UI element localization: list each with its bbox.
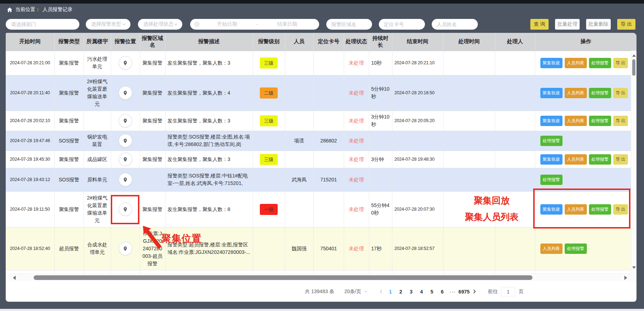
- table-row: 2024-07-28 20:21:00聚集报警污水处理单元聚集报警发生聚集报警，…: [6, 51, 636, 75]
- action-button-track[interactable]: 聚集轨迹: [540, 88, 563, 98]
- action-button-export[interactable]: 导 出: [613, 88, 628, 98]
- horizontal-scrollbar-thumb[interactable]: [34, 275, 532, 280]
- page-button[interactable]: 2: [396, 289, 406, 295]
- action-button-handle[interactable]: 处理报警: [589, 116, 611, 126]
- action-button-list[interactable]: 人员列表: [540, 244, 563, 254]
- location-pin-button[interactable]: [119, 86, 132, 100]
- cell-alarm-type: SOS报警: [54, 168, 84, 191]
- cell-empty: [54, 270, 84, 274]
- alarm-type-select-placeholder: 选择报警类型: [91, 21, 121, 27]
- alarm-type-select[interactable]: 选择报警类型: [86, 19, 130, 30]
- goto-page-input[interactable]: [501, 287, 515, 296]
- home-icon[interactable]: [7, 7, 12, 12]
- batch-handle-button[interactable]: 批量处理: [555, 19, 580, 30]
- page-button[interactable]: 4: [416, 289, 427, 295]
- cell-empty: [369, 270, 392, 274]
- person-name-input[interactable]: [432, 19, 478, 30]
- cell-location: [111, 111, 140, 131]
- query-button[interactable]: 查 询: [530, 19, 549, 30]
- column-header: 报警级别: [253, 33, 285, 51]
- cell-duration: 17秒: [369, 227, 392, 270]
- page-button[interactable]: 6975: [458, 289, 470, 295]
- prev-page-button[interactable]: [377, 289, 385, 294]
- clock-icon: [194, 22, 199, 27]
- scroll-left-arrow-icon[interactable]: [11, 276, 16, 280]
- date-range-picker[interactable]: 开始日期 - 结束日期: [190, 19, 319, 30]
- cell-status: 未处理: [344, 168, 369, 191]
- annotation-location-label: 聚集位置: [162, 232, 202, 245]
- level-badge: 三级: [260, 57, 278, 69]
- location-pin-button[interactable]: [119, 242, 132, 255]
- cell-handle-time: [443, 51, 495, 75]
- action-button-handle[interactable]: 处理报警: [589, 154, 611, 165]
- action-button-list[interactable]: 人员列表: [565, 154, 587, 165]
- cell-building: 2#粉煤气化装置磨煤输送单元: [84, 75, 111, 111]
- vertical-scrollbar[interactable]: [631, 51, 636, 274]
- action-button-handle[interactable]: 处理报警: [589, 88, 611, 98]
- action-button-export[interactable]: 导 出: [613, 116, 628, 126]
- action-button-track[interactable]: 聚集轨迹: [540, 58, 563, 68]
- cell-start-time: 2024-07-28 20:21:00: [6, 51, 54, 75]
- location-pin-button[interactable]: [119, 173, 132, 186]
- page-button[interactable]: 6: [437, 289, 447, 295]
- scroll-down-arrow-icon[interactable]: [632, 266, 636, 271]
- table-wrap: 开始时间报警类型所属楼宇报警位置报警区域名报警描述报警级别人员定位卡号处理状态持…: [6, 33, 636, 274]
- cell-level: [253, 168, 285, 191]
- cell-end-time: 2024-07-28 20:07:30: [392, 191, 443, 227]
- cell-location: [111, 168, 140, 191]
- action-buttons: 人员列表处理报警: [538, 244, 635, 254]
- action-button-handle[interactable]: 处理报警: [565, 244, 587, 254]
- scroll-up-arrow-icon[interactable]: [632, 52, 636, 57]
- cell-empty: [443, 270, 495, 274]
- cell-handler: [495, 227, 535, 270]
- next-page-button[interactable]: [470, 289, 479, 294]
- cell-empty: [392, 270, 443, 274]
- cell-location: [111, 227, 140, 270]
- scroll-right-arrow-icon[interactable]: [624, 276, 629, 280]
- level-badge: 一级: [260, 204, 278, 215]
- cell-actions: 聚集轨迹人员列表处理报警导 出: [535, 51, 636, 75]
- cell-level: 三级: [253, 151, 285, 168]
- action-button-list[interactable]: 人员列表: [565, 58, 587, 68]
- column-header: 持续时长: [369, 33, 392, 51]
- cell-person: 魏国强: [285, 227, 313, 270]
- location-pin-button[interactable]: [119, 152, 132, 166]
- annotation-box-actions: [533, 189, 630, 229]
- export-button[interactable]: 导 出: [617, 19, 635, 30]
- action-button-handle[interactable]: 处理报警: [589, 58, 611, 68]
- action-button-list[interactable]: 人员列表: [565, 116, 587, 126]
- page-button[interactable]: 5: [427, 289, 437, 295]
- page-button[interactable]: 1: [385, 289, 396, 295]
- batch-delete-button[interactable]: 批量删除: [586, 19, 611, 30]
- column-header: 定位卡号: [313, 33, 344, 51]
- horizontal-scrollbar[interactable]: [6, 274, 636, 281]
- card-number-input[interactable]: [379, 19, 425, 30]
- cell-start-time: 2024-07-28 19:11:50: [6, 191, 54, 227]
- department-input[interactable]: [6, 19, 79, 30]
- alarm-area-input[interactable]: [326, 19, 372, 30]
- action-button-handle[interactable]: 处理报警: [540, 136, 563, 146]
- action-button-track[interactable]: 聚集轨迹: [540, 154, 563, 165]
- cell-area: 聚集报警: [140, 75, 165, 111]
- page-size-select[interactable]: 20条/页: [344, 289, 367, 295]
- action-button-track[interactable]: 聚集轨迹: [540, 116, 563, 126]
- action-button-export[interactable]: 导 出: [613, 154, 628, 165]
- location-pin-button[interactable]: [119, 56, 132, 70]
- end-date-input[interactable]: 结束日期: [259, 21, 315, 27]
- location-pin-button[interactable]: [119, 114, 132, 127]
- action-button-export[interactable]: 导 出: [613, 58, 628, 68]
- action-button-list[interactable]: 人员列表: [565, 88, 587, 98]
- cell-end-time: [392, 131, 443, 151]
- cell-alarm-type: 聚集报警: [54, 191, 84, 227]
- cell-status: 未处理: [344, 75, 369, 111]
- page-button[interactable]: 3: [406, 289, 416, 295]
- start-date-input[interactable]: 开始日期: [199, 21, 255, 27]
- level-badge: 三级: [260, 115, 278, 126]
- cell-handler: [495, 151, 535, 168]
- location-pin-button[interactable]: [119, 134, 132, 147]
- page-button[interactable]: ···: [447, 289, 458, 295]
- handle-status-select[interactable]: 选择处理状态: [138, 19, 182, 30]
- action-button-handle[interactable]: 处理报警: [540, 175, 563, 185]
- status-text: 未处理: [349, 90, 364, 96]
- vertical-scrollbar-thumb[interactable]: [632, 59, 635, 76]
